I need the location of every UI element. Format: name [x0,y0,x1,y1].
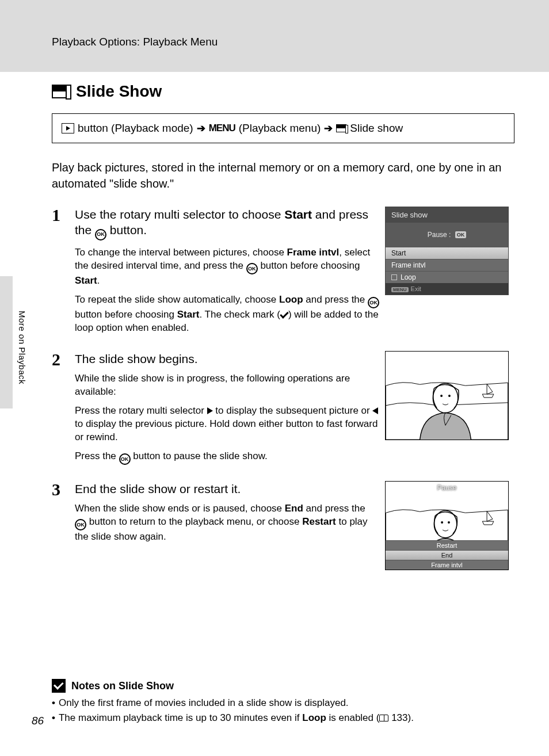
t: button before choosing [75,309,177,320]
step-paragraph: When the slide show ends or is paused, c… [75,502,379,544]
step-paragraph: Press the OK button to pause the slide s… [75,450,379,465]
t: Exit [411,285,421,292]
slideshow-small-icon [336,124,346,132]
lcd-button-end: End [386,550,508,560]
sample-photo-illustration [386,352,508,440]
t: to display the subsequent picture or [213,405,373,416]
page-title: Slide Show [52,82,514,101]
t: Frame intvl [287,247,340,258]
t: and press the [303,294,368,305]
t: ). [408,712,414,723]
lcd-pause-label: Pause [386,484,508,492]
t: 133 [391,712,407,723]
lcd-screenshot-menu: Slide show Pause : OK Start Frame intvl … [385,207,509,295]
side-tab-background [0,276,13,408]
step-number: 2 [52,351,64,471]
step-paragraph: To change the interval between pictures,… [75,246,379,288]
t: The maximum playback time is up to 30 mi… [59,712,302,723]
lcd-menu-item-frame-intvl: Frame intvl [386,259,508,271]
svg-point-2 [440,395,443,397]
arrow-right-icon: ➔ [197,122,205,135]
triangle-left-icon [372,407,378,414]
svg-point-7 [448,521,450,524]
lcd-button-frame-intvl: Frame intvl [386,560,508,570]
t: is enabled ( [326,712,380,723]
lcd-button-restart: Restart [386,540,508,550]
step-2: 2 The slide show begins. While the slide… [52,351,379,471]
step-number: 1 [52,207,64,341]
step-1: 1 Use the rotary multi selector to choos… [52,207,379,341]
t: button to return to the playback menu, o… [86,516,302,527]
ok-button-icon: OK [75,519,86,530]
ok-badge-icon: OK [455,231,467,238]
breadcrumb-dest: Slide show [350,122,403,135]
svg-point-3 [448,395,451,397]
t: button to pause the slide show. [131,450,268,461]
lcd-menu-item-loop: Loop [386,271,508,283]
t: button before choosing [258,260,360,271]
intro-paragraph: Play back pictures, stored in the intern… [52,159,514,192]
t: When the slide show ends or is paused, c… [75,503,285,514]
lcd-footer: MENUExit [386,283,508,295]
slideshow-icon [52,85,69,98]
lcd-screenshot-photo [385,351,509,440]
t: to display the previous picture. Hold do… [75,418,378,442]
lcd-button-bar: Restart End Frame intvl [386,540,508,570]
warning-check-icon [52,679,66,693]
t: Start [284,208,312,221]
menu-label: MENU [209,123,235,134]
step-3: 3 End the slide show or restart it. When… [52,481,379,549]
t: . [97,275,100,286]
t: Restart [302,516,336,527]
notes-title-text: Notes on Slide Show [71,680,174,692]
checkbox-icon [391,274,397,280]
step-heading: Use the rotary multi selector to choose … [75,207,379,240]
t: End [285,503,303,514]
t: Press the [75,450,119,461]
step-paragraph: Press the rotary multi selector to displ… [75,404,379,444]
svg-point-6 [441,521,443,524]
step-paragraph: To repeat the slide show automatically, … [75,293,379,335]
note-item: The maximum playback time is up to 30 mi… [52,712,514,724]
lcd-menu-item-start: Start [386,247,508,259]
title-text: Slide Show [76,82,162,101]
t: . The check mark ( [199,309,280,320]
triangle-right-icon [207,407,213,414]
breadcrumb-step2: (Playback menu) [239,122,321,135]
ok-button-icon: OK [368,297,379,308]
menu-badge-icon: MENU [391,287,409,292]
step-number: 3 [52,481,64,549]
t: Loop [401,273,416,281]
ok-button-icon: OK [95,229,106,240]
breadcrumb-step1: button (Playback mode) [78,122,193,135]
t: Start [75,275,97,286]
ok-button-icon: OK [119,453,131,465]
t: To change the interval between pictures,… [75,247,287,258]
t: Start [177,309,200,320]
checkmark-icon [280,310,289,319]
lcd-title: Slide show [386,207,508,223]
arrow-right-icon: ➔ [324,122,333,135]
t: To repeat the slide show automatically, … [75,294,279,305]
t: Loop [302,712,326,723]
page-number: 86 [32,715,44,727]
t: Pause [428,231,447,239]
t: Only the first frame of movies included … [59,697,349,709]
t: Loop [279,294,303,305]
step-heading: The slide show begins. [75,351,379,366]
side-tab-label: More on Playback [17,311,27,384]
breadcrumb: button (Playback mode) ➔ MENU (Playback … [52,113,514,143]
section-path: Playback Options: Playback Menu [52,36,218,48]
playback-button-icon [62,123,74,133]
notes-section: Notes on Slide Show Only the first frame… [52,679,514,727]
ok-button-icon: OK [246,263,258,274]
t: Press the rotary multi selector [75,405,207,416]
lcd-screenshot-pause: Pause Restart End Frame intvl [385,481,509,570]
lcd-pause-row: Pause : OK [386,223,508,247]
t: button. [106,223,147,236]
step-paragraph: While the slide show is in progress, the… [75,372,379,399]
step-heading: End the slide show or restart it. [75,481,379,497]
page-reference-icon [379,715,388,721]
t: Use the rotary multi selector to choose [75,208,284,221]
note-item: Only the first frame of movies included … [52,697,514,709]
